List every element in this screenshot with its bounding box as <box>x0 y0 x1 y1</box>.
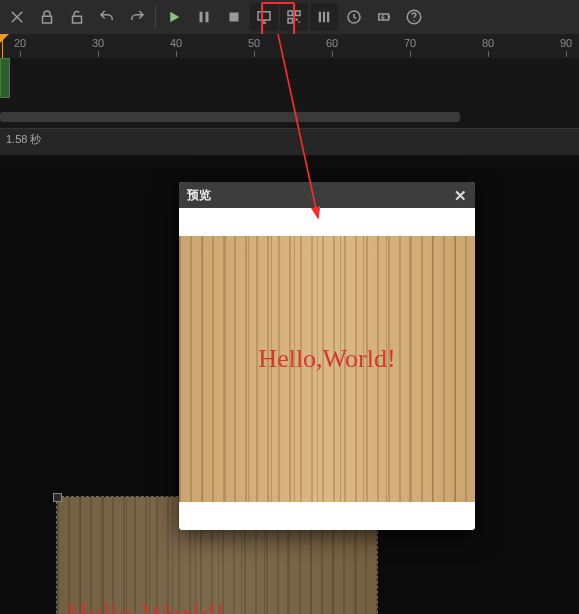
lock-icon[interactable] <box>33 3 61 31</box>
svg-rect-6 <box>288 11 293 16</box>
ruler-tick: 20 <box>11 37 29 49</box>
time-display-bar: 1.58 秒 <box>0 128 579 156</box>
ruler-tick: 30 <box>89 37 107 49</box>
preview-letterbox-bottom <box>179 502 475 530</box>
svg-rect-11 <box>319 12 321 23</box>
stop-icon[interactable] <box>220 3 248 31</box>
qrcode-icon[interactable] <box>280 3 308 31</box>
canvas-object-text: Hello,World! <box>67 597 225 614</box>
preview-titlebar[interactable]: 预览 ✕ <box>179 182 475 208</box>
svg-rect-13 <box>327 12 329 23</box>
timeline-scrollbar[interactable] <box>0 112 460 122</box>
clock-icon[interactable] <box>340 3 368 31</box>
ruler-tick: 90 <box>557 37 575 49</box>
svg-rect-10 <box>299 22 301 24</box>
battery-icon[interactable] <box>370 3 398 31</box>
pause-icon[interactable] <box>190 3 218 31</box>
time-display-value: 1.58 秒 <box>6 133 41 145</box>
svg-point-18 <box>413 20 415 22</box>
unlock-icon[interactable] <box>63 3 91 31</box>
ruler-tick: 60 <box>323 37 341 49</box>
svg-rect-12 <box>323 12 325 23</box>
playhead-marker[interactable] <box>0 34 10 44</box>
svg-rect-2 <box>200 12 203 23</box>
svg-rect-4 <box>230 13 239 22</box>
svg-rect-0 <box>43 16 52 23</box>
preview-window[interactable]: 预览 ✕ Hello,World! <box>179 182 475 530</box>
svg-rect-5 <box>258 12 270 20</box>
toolbar <box>0 0 579 35</box>
ruler-tick: 70 <box>401 37 419 49</box>
ruler-tick: 40 <box>167 37 185 49</box>
svg-rect-16 <box>389 16 391 19</box>
preview-icon[interactable] <box>250 3 278 31</box>
columns-icon[interactable] <box>310 3 338 31</box>
timeline-ruler[interactable]: 20 30 40 50 60 70 80 90 <box>0 34 579 58</box>
resize-handle[interactable] <box>53 493 62 502</box>
preview-body: Hello,World! <box>179 208 475 530</box>
svg-rect-1 <box>73 16 82 23</box>
undo-icon[interactable] <box>93 3 121 31</box>
svg-rect-3 <box>206 12 209 23</box>
ruler-tick: 80 <box>479 37 497 49</box>
toolbar-separator <box>155 6 156 28</box>
preview-title: 预览 <box>187 187 211 204</box>
ruler-tick: 50 <box>245 37 263 49</box>
preview-text: Hello,World! <box>179 344 475 374</box>
close-icon[interactable]: ✕ <box>454 188 467 203</box>
close-icon[interactable] <box>3 3 31 31</box>
svg-rect-7 <box>296 11 301 16</box>
timeline-clip[interactable] <box>0 58 10 98</box>
play-icon[interactable] <box>160 3 188 31</box>
help-icon[interactable] <box>400 3 428 31</box>
svg-rect-9 <box>296 19 298 21</box>
redo-icon[interactable] <box>123 3 151 31</box>
svg-rect-8 <box>288 19 293 24</box>
preview-content: Hello,World! <box>179 236 475 502</box>
preview-letterbox-top <box>179 208 475 236</box>
